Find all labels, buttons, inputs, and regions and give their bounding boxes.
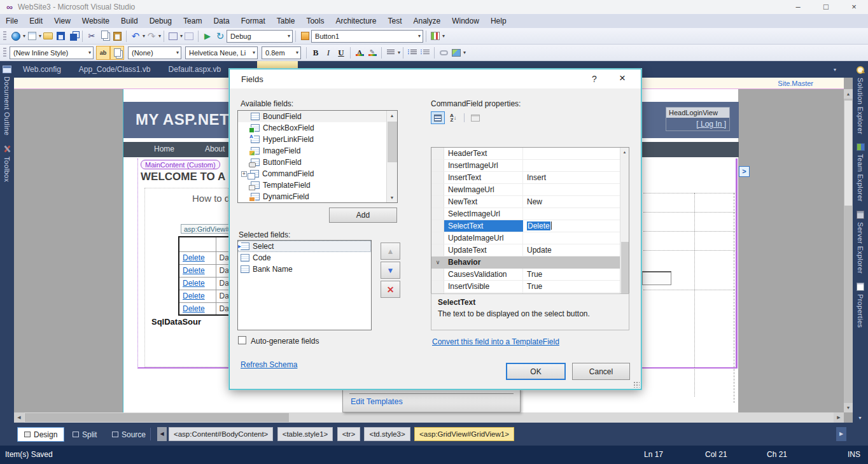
menu-build[interactable]: Build (115, 14, 144, 28)
toolbar-overflow-icon[interactable]: ▾ (442, 33, 445, 39)
property-row[interactable]: NewTextNew (431, 196, 621, 208)
scroll-up-icon[interactable]: ▲ (620, 148, 629, 157)
tab-default-aspx-vb[interactable]: Default.aspx.vb (160, 61, 230, 78)
head-login-view[interactable]: HeadLoginView [ Log In ] (666, 107, 730, 131)
cut-icon[interactable]: ✂ (85, 29, 98, 43)
menu-debug[interactable]: Debug (144, 14, 178, 28)
sidebar-item-solution-explorer[interactable]: Solution Explorer (853, 61, 868, 139)
list-item-select[interactable]: Select (238, 241, 371, 252)
delete-link[interactable]: Delete (183, 253, 205, 262)
sidebar-item-document-outline[interactable]: Document Outline (0, 61, 14, 140)
dom-explorer-icon[interactable] (429, 29, 442, 43)
sidebar-item-toolbox[interactable]: Toolbox (0, 140, 14, 186)
property-row[interactable]: SelectImageUrl (431, 208, 621, 220)
category-row-behavior[interactable]: ∨Behavior (431, 257, 621, 269)
menu-window[interactable]: Window (446, 14, 485, 28)
selected-fields-list[interactable]: Select Code Bank Name (237, 240, 372, 330)
list-item-commandfield[interactable]: +CommandField (238, 168, 397, 179)
style-application-icon[interactable] (110, 46, 124, 60)
property-row[interactable]: InsertVisibleTrue (431, 281, 621, 293)
chevron-down-icon[interactable]: ▾ (398, 50, 400, 55)
categorized-icon[interactable] (431, 111, 445, 124)
designer-horizontal-scrollbar[interactable]: ◀ ▶ (14, 412, 844, 423)
font-color-icon[interactable]: A (353, 46, 366, 60)
breadcrumb-item[interactable]: <table.style1> (277, 427, 333, 441)
alignment-icon[interactable] (384, 46, 397, 60)
delete-link[interactable]: Delete (183, 266, 205, 275)
solution-config-dropdown[interactable]: Debug▾ (227, 30, 293, 43)
maximize-button[interactable]: □ (812, 0, 840, 14)
menu-analyze[interactable]: Analyze (408, 14, 447, 28)
split-view-button[interactable]: Split (66, 427, 103, 442)
target-rule-dropdown[interactable]: (None)▾ (128, 46, 181, 59)
strip-scroll-down-icon[interactable]: ▼ (858, 416, 862, 420)
toolbar-grip[interactable] (3, 31, 6, 41)
toolbar-grip[interactable] (3, 48, 6, 58)
navigate-backward-icon[interactable] (167, 29, 179, 43)
edit-templates-link[interactable]: Edit Templates (351, 397, 512, 406)
smart-tag-button[interactable]: > (739, 166, 750, 177)
tab-app-code-class1[interactable]: App_Code/Class1.vb (70, 61, 160, 78)
delete-link[interactable]: Delete (183, 279, 205, 288)
gridview-tag[interactable]: asp:GridView# (181, 224, 232, 234)
textbox-control[interactable] (642, 271, 671, 285)
bold-button[interactable]: B (309, 46, 322, 60)
copy-icon[interactable] (98, 29, 111, 43)
master-page-label[interactable]: Site.Master (778, 80, 813, 87)
tab-well-dropdown-icon[interactable]: ▾ (834, 67, 836, 73)
italic-button[interactable]: I (322, 46, 335, 60)
list-item-templatefield[interactable]: TemplateField (238, 179, 397, 191)
ok-button[interactable]: OK (506, 363, 566, 380)
dialog-help-icon[interactable]: ? (585, 69, 604, 88)
menu-data[interactable]: Data (207, 14, 235, 28)
menu-edit[interactable]: Edit (24, 14, 48, 28)
nav-home[interactable]: Home (139, 142, 190, 157)
sidebar-item-server-explorer[interactable]: Server Explorer (853, 206, 868, 278)
scroll-left-icon[interactable]: ◀ (14, 412, 24, 423)
alphabetical-sort-icon[interactable]: AZ↓ (446, 111, 460, 124)
scrollbar-thumb[interactable] (25, 413, 289, 422)
main-content-tag[interactable]: MainContent (Custom) (141, 160, 220, 169)
list-item-imagefield[interactable]: ImageField (238, 145, 397, 157)
auto-generate-checkbox[interactable] (238, 336, 246, 344)
scroll-down-icon[interactable]: ▼ (844, 403, 853, 412)
refresh-schema-link[interactable]: Refresh Schema (241, 360, 297, 369)
property-row-selected[interactable]: SelectTextDelete (431, 220, 621, 232)
category-chevron-icon[interactable]: ∨ (431, 257, 444, 269)
delete-link[interactable]: Delete (183, 304, 205, 313)
list-item-boundfield[interactable]: BoundField (238, 111, 397, 122)
paste-icon[interactable] (111, 29, 123, 43)
open-file-icon[interactable] (41, 29, 54, 43)
bullet-list-icon[interactable] (406, 46, 419, 60)
font-family-dropdown[interactable]: Helvetica Neue, Li▾ (185, 46, 258, 59)
tab-web-config[interactable]: Web.config (14, 61, 70, 78)
new-website-icon[interactable] (10, 29, 22, 43)
breadcrumb-item[interactable]: <asp:Content#BodyContent> (169, 427, 273, 441)
highlight-color-icon[interactable]: ✎ (366, 46, 379, 60)
list-item-hyperlinkfield[interactable]: HyperLinkField (238, 134, 397, 145)
property-row[interactable]: CausesValidationTrue (431, 269, 621, 281)
menu-architecture[interactable]: Architecture (330, 14, 382, 28)
list-scrollbar[interactable]: ▲ ▼ (386, 111, 397, 202)
menu-table[interactable]: Table (271, 14, 301, 28)
property-row[interactable]: InsertImageUrl (431, 160, 621, 172)
scroll-up-icon[interactable]: ▲ (844, 89, 853, 99)
save-all-icon[interactable] (67, 29, 80, 43)
minimize-button[interactable]: – (784, 0, 812, 14)
add-new-item-icon[interactable] (25, 29, 38, 43)
attach-process-icon[interactable] (298, 29, 311, 43)
toolbar-overflow-icon[interactable]: ▾ (463, 50, 466, 55)
start-debug-icon[interactable]: ▶ (201, 29, 214, 43)
dialog-title-bar[interactable]: Fields ? × (230, 69, 641, 88)
convert-templatefield-link[interactable]: Convert this field into a TemplateField (432, 337, 559, 346)
property-grid-scrollbar[interactable]: ▲ ▼ (620, 148, 629, 309)
property-row[interactable]: InsertTextInsert (431, 172, 621, 184)
close-button[interactable]: × (840, 0, 868, 14)
login-link[interactable]: [ Log In ] (666, 118, 729, 130)
scrollbar-thumb[interactable] (388, 122, 397, 162)
list-item-checkboxfield[interactable]: CheckBoxField (238, 122, 397, 134)
breadcrumb-item[interactable]: <td.style3> (364, 427, 410, 441)
menu-tools[interactable]: Tools (300, 14, 330, 28)
numbered-list-icon[interactable] (419, 46, 431, 60)
dialog-close-icon[interactable]: × (612, 69, 633, 88)
